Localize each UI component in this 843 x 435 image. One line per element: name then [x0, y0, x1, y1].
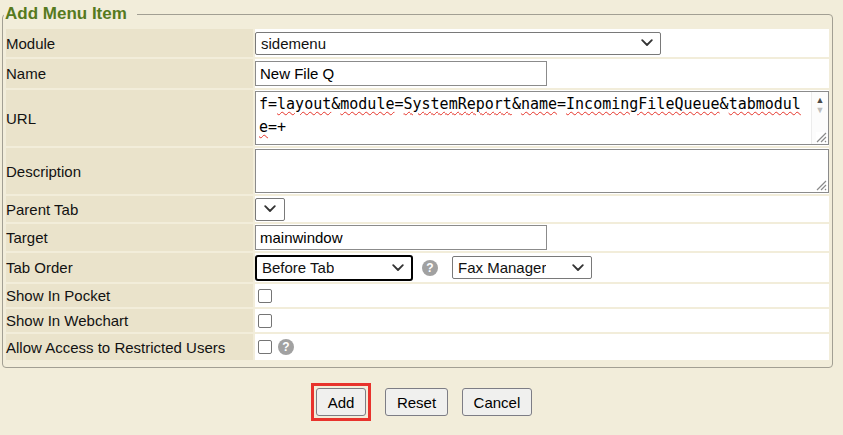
- reset-button[interactable]: Reset: [385, 388, 448, 416]
- add-menu-item-fieldset: Add Menu Item Module sidemenu Name: [2, 4, 833, 368]
- row-tab-order: Tab Order Before Tab ? Fax Manager: [6, 253, 829, 282]
- chevron-down-icon: [572, 264, 584, 272]
- row-parent-tab: Parent Tab: [6, 196, 829, 222]
- name-label: Name: [6, 59, 253, 88]
- description-textarea[interactable]: [255, 149, 829, 193]
- row-description: Description: [6, 148, 829, 194]
- module-label: Module: [6, 29, 253, 57]
- add-button[interactable]: Add: [316, 388, 367, 416]
- button-bar: Add Reset Cancel: [0, 383, 843, 421]
- chevron-down-icon: [641, 39, 653, 47]
- url-label: URL: [6, 90, 253, 146]
- row-module: Module sidemenu: [6, 29, 829, 57]
- show-in-webchart-label: Show In Webchart: [6, 309, 253, 332]
- tab-order-reference-value: Fax Manager: [458, 259, 546, 276]
- name-input[interactable]: [255, 61, 547, 86]
- show-in-pocket-label: Show In Pocket: [6, 284, 253, 307]
- add-menu-item-page: Add Menu Item Module sidemenu Name: [0, 0, 843, 435]
- allow-restricted-label: Allow Access to Restricted Users: [6, 334, 253, 360]
- help-icon[interactable]: ?: [422, 260, 438, 276]
- module-select-value: sidemenu: [261, 35, 326, 52]
- allow-restricted-checkbox[interactable]: [258, 340, 272, 354]
- target-label: Target: [6, 224, 253, 251]
- scroll-down-icon[interactable]: ▼: [812, 105, 828, 115]
- tab-order-position-value: Before Tab: [262, 259, 334, 276]
- row-show-in-pocket: Show In Pocket: [6, 284, 829, 307]
- show-in-pocket-checkbox[interactable]: [258, 289, 272, 303]
- page-title: Add Menu Item: [4, 4, 137, 24]
- module-select[interactable]: sidemenu: [255, 32, 661, 55]
- row-target: Target: [6, 224, 829, 251]
- target-input[interactable]: [255, 225, 547, 250]
- parent-tab-label: Parent Tab: [6, 196, 253, 222]
- tab-order-reference-select[interactable]: Fax Manager: [452, 256, 592, 279]
- help-icon[interactable]: ?: [278, 339, 294, 355]
- row-show-in-webchart: Show In Webchart: [6, 309, 829, 332]
- url-textarea-text: f=layout&module=SystemReport&name=Incomi…: [256, 92, 811, 144]
- description-textarea-text: [256, 150, 811, 192]
- tab-order-position-select[interactable]: Before Tab: [255, 255, 413, 281]
- row-allow-restricted: Allow Access to Restricted Users ?: [6, 334, 829, 360]
- tab-order-label: Tab Order: [6, 253, 253, 282]
- chevron-down-icon: [264, 205, 276, 213]
- description-label: Description: [6, 148, 253, 194]
- form-table: Module sidemenu Name URL f=l: [4, 27, 831, 362]
- parent-tab-select[interactable]: [255, 198, 285, 221]
- resize-grip-icon[interactable]: [816, 132, 827, 143]
- chevron-down-icon: [392, 264, 404, 272]
- show-in-webchart-checkbox[interactable]: [258, 314, 272, 328]
- url-textarea[interactable]: f=layout&module=SystemReport&name=Incomi…: [255, 91, 829, 145]
- row-name: Name: [6, 59, 829, 88]
- scroll-up-icon[interactable]: ▲: [812, 95, 828, 105]
- row-url: URL f=layout&module=SystemReport&name=In…: [6, 90, 829, 146]
- add-button-highlight-annotation: Add: [311, 383, 372, 421]
- cancel-button[interactable]: Cancel: [462, 388, 533, 416]
- resize-grip-icon[interactable]: [816, 180, 827, 191]
